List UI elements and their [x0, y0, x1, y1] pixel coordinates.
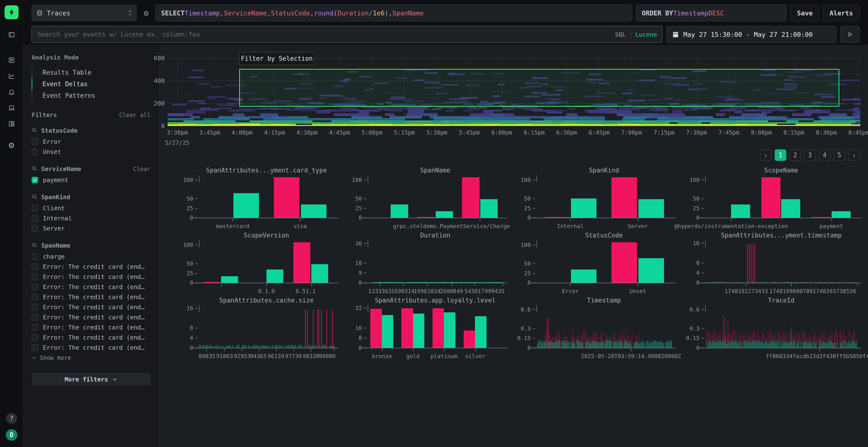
checkbox-checked[interactable] — [32, 177, 38, 183]
mini-chart-plot[interactable]: 02550100mastercardvisa — [199, 177, 334, 218]
search-input[interactable] — [32, 26, 662, 43]
filter-item[interactable]: Error: The credit card (end… — [32, 312, 151, 322]
checkbox[interactable] — [32, 138, 38, 145]
filter-item[interactable]: Error: The credit card (end… — [32, 272, 151, 282]
baseline-bar[interactable] — [382, 315, 394, 348]
checkbox[interactable] — [32, 324, 38, 331]
pagination-prev-button[interactable]: ‹ — [760, 149, 772, 161]
mini-chart-plot[interactable]: 02550100InternalServer — [536, 177, 672, 218]
filter-item[interactable]: Error: The credit card (end… — [32, 292, 151, 302]
filter-item[interactable]: Error: The credit card (end… — [32, 282, 151, 292]
checkbox[interactable] — [32, 264, 38, 270]
checkbox[interactable] — [32, 215, 38, 221]
selection-bar[interactable] — [203, 282, 220, 283]
selection-bar[interactable] — [370, 309, 382, 348]
baseline-bar[interactable] — [639, 199, 664, 218]
hyperdx-logo[interactable] — [5, 5, 19, 19]
mini-chart-plot[interactable]: 0481689835910639295394365961399773098338… — [199, 307, 334, 348]
filter-by-selection-tooltip[interactable]: Filter by Selection — [239, 52, 314, 65]
source-select[interactable]: Traces — [32, 5, 137, 21]
selection-bar[interactable] — [462, 177, 479, 218]
search-icon[interactable] — [32, 242, 37, 249]
selection-bar[interactable] — [612, 242, 637, 283]
bell-icon[interactable] — [6, 86, 18, 98]
selection-bar[interactable] — [545, 217, 570, 218]
analysis-mode-item-event-deltas[interactable]: Event Deltas — [32, 78, 159, 90]
baseline-bar[interactable] — [391, 204, 408, 218]
selection-bar[interactable] — [812, 217, 831, 218]
checkbox[interactable] — [32, 225, 38, 232]
show-more-link[interactable]: Show more — [32, 353, 151, 363]
mini-chart-plot[interactable]: 00.150.30.62025-05-28T03:59:14.900820000… — [536, 307, 672, 348]
checkbox[interactable] — [32, 294, 38, 300]
checkbox[interactable] — [32, 304, 38, 310]
baseline-bar[interactable] — [234, 193, 259, 218]
checkbox[interactable] — [32, 274, 38, 280]
baseline-bar[interactable] — [413, 314, 425, 348]
checkbox[interactable] — [32, 314, 38, 320]
selection-bar[interactable] — [762, 177, 780, 218]
mini-chart-plot[interactable]: 00.150.30.6ff860334facdb23d3f430ff5b5050… — [705, 307, 857, 348]
help-button[interactable]: ? — [6, 413, 17, 424]
filter-item[interactable]: Client — [32, 203, 151, 213]
selection-bar[interactable] — [417, 217, 435, 218]
user-avatar[interactable]: D — [6, 429, 18, 441]
search-icon[interactable] — [32, 128, 37, 134]
board-columns-icon[interactable] — [6, 118, 18, 130]
baseline-bar[interactable] — [444, 312, 456, 348]
filter-item[interactable]: Error: The credit card (end… — [32, 342, 151, 353]
filter-group-clear-link[interactable]: Clear — [133, 166, 151, 172]
more-filters-button[interactable]: More filters — [32, 373, 151, 386]
order-by-input[interactable]: ORDER BY Timestamp DESC — [636, 5, 786, 21]
mini-chart-plot[interactable]: 081632bronzegoldplatinumsilver — [368, 307, 503, 348]
filter-item[interactable]: Error — [32, 137, 151, 147]
checkbox[interactable] — [32, 344, 38, 351]
filter-item[interactable]: Unset — [32, 147, 151, 157]
checkbox[interactable] — [32, 253, 38, 260]
baseline-bar[interactable] — [571, 270, 596, 283]
search-icon[interactable] — [32, 194, 37, 201]
mini-chart-plot[interactable]: 0918361333363169831419961834260084954301… — [368, 242, 503, 283]
mini-chart-plot[interactable]: 02550100grpc.oteldemo.PaymentService/Cha… — [368, 177, 503, 218]
filter-item[interactable]: Error: The credit card (end… — [32, 322, 151, 332]
filter-item[interactable]: payment — [32, 175, 151, 185]
lucene-toggle[interactable]: Lucene — [635, 31, 657, 38]
select-query-input[interactable]: SELECT Timestamp,ServiceName,StatusCode,… — [156, 5, 632, 21]
analysis-mode-item-results-table[interactable]: Results Table — [32, 67, 159, 78]
pagination-page-1[interactable]: 1 — [775, 149, 786, 161]
laptop-icon[interactable] — [6, 102, 18, 114]
filter-item[interactable]: Error: The credit card (end… — [32, 332, 151, 342]
save-button[interactable]: Save — [790, 5, 819, 21]
sql-toggle[interactable]: SQL — [615, 31, 626, 38]
search-icon[interactable] — [32, 166, 37, 172]
baseline-bar[interactable] — [731, 204, 750, 218]
source-settings-gear-icon[interactable]: ⚙ — [141, 8, 152, 18]
selection-bar[interactable] — [464, 331, 475, 348]
baseline-bar[interactable] — [639, 258, 664, 283]
mini-chart-plot[interactable]: 025501000.1.00.51.1 — [199, 242, 334, 283]
pagination-next-button[interactable]: › — [848, 149, 860, 161]
line-chart-icon[interactable] — [6, 70, 18, 82]
mini-chart-plot[interactable]: 0481617481922734331748199880789174839373… — [705, 242, 857, 283]
filter-item[interactable]: Error: The credit card (end… — [32, 262, 151, 272]
pagination-page-2[interactable]: 2 — [789, 149, 801, 161]
baseline-bar[interactable] — [480, 199, 498, 218]
mini-chart-plot[interactable]: 02550100@hyperdx/instrumentation-excepti… — [705, 177, 857, 218]
baseline-bar[interactable] — [436, 211, 453, 218]
settings-gear-icon[interactable]: ⚙ — [6, 139, 18, 151]
selection-bar[interactable] — [433, 308, 444, 348]
checkbox[interactable] — [32, 334, 38, 341]
pagination-page-5[interactable]: 5 — [834, 149, 845, 161]
baseline-bar[interactable] — [311, 264, 328, 283]
checkbox[interactable] — [32, 284, 38, 290]
baseline-bar[interactable] — [221, 276, 238, 283]
selection-bar[interactable] — [293, 242, 310, 283]
checkbox[interactable] — [32, 205, 38, 211]
selection-bar[interactable] — [274, 177, 300, 218]
heatmap-selection-region[interactable] — [239, 69, 839, 107]
filter-item[interactable]: Server — [32, 223, 151, 233]
logs-icon[interactable] — [6, 55, 18, 66]
checkbox[interactable] — [32, 148, 38, 155]
baseline-bar[interactable] — [781, 199, 800, 218]
pagination-page-3[interactable]: 3 — [804, 149, 816, 161]
